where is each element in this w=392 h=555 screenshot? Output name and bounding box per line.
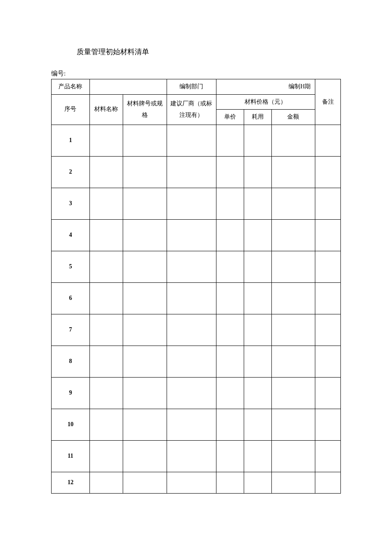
cell-mat-name	[89, 251, 123, 282]
table-header-row-1: 产品名称 编制部门 编制H期 备注	[52, 79, 341, 95]
cell-unit-price	[216, 472, 244, 493]
cell-usage	[244, 282, 271, 314]
header-amount: 金额	[271, 110, 315, 125]
cell-mat-no	[123, 314, 167, 346]
cell-mat-no	[123, 282, 167, 314]
cell-seq: 8	[52, 346, 90, 377]
table-row: 1	[52, 125, 341, 156]
document-title: 质量管理初始材料清单	[77, 47, 341, 57]
table-row: 7	[52, 314, 341, 346]
cell-seq: 4	[52, 219, 90, 251]
cell-usage	[244, 472, 271, 493]
cell-amount	[271, 188, 315, 219]
header-usage: 耗用	[244, 110, 271, 125]
cell-remark	[315, 409, 341, 440]
header-remark: 备注	[315, 79, 341, 125]
cell-mat-name	[89, 314, 123, 346]
cell-factory	[167, 314, 216, 346]
cell-remark	[315, 251, 341, 282]
header-mat-name: 材料名称	[89, 94, 123, 125]
cell-amount	[271, 440, 315, 472]
cell-usage	[244, 314, 271, 346]
cell-mat-no	[123, 377, 167, 409]
cell-amount	[271, 409, 315, 440]
header-seq: 序号	[52, 94, 90, 125]
cell-factory	[167, 346, 216, 377]
cell-remark	[315, 188, 341, 219]
cell-factory	[167, 156, 216, 188]
cell-usage	[244, 188, 271, 219]
cell-unit-price	[216, 409, 244, 440]
cell-usage	[244, 377, 271, 409]
cell-remark	[315, 282, 341, 314]
cell-mat-no	[123, 440, 167, 472]
table-row: 8	[52, 346, 341, 377]
cell-product-name-value	[89, 79, 167, 95]
cell-mat-name	[89, 156, 123, 188]
cell-factory	[167, 472, 216, 493]
cell-usage	[244, 219, 271, 251]
table-row: 5	[52, 251, 341, 282]
cell-amount	[271, 346, 315, 377]
cell-seq: 10	[52, 409, 90, 440]
cell-factory	[167, 282, 216, 314]
cell-usage	[244, 440, 271, 472]
cell-mat-no	[123, 188, 167, 219]
cell-amount	[271, 314, 315, 346]
cell-usage	[244, 125, 271, 156]
cell-usage	[244, 409, 271, 440]
cell-remark	[315, 472, 341, 493]
header-product-name: 产品名称	[52, 79, 90, 95]
table-header-row-2: 序号 材料名称 材料牌号或规格 建议厂商（或标注现有） 材料价格（元）	[52, 94, 341, 110]
cell-seq: 5	[52, 251, 90, 282]
cell-factory	[167, 409, 216, 440]
header-factory: 建议厂商（或标注现有）	[167, 94, 216, 125]
cell-unit-price	[216, 440, 244, 472]
cell-unit-price	[216, 125, 244, 156]
cell-amount	[271, 282, 315, 314]
cell-usage	[244, 251, 271, 282]
cell-remark	[315, 219, 341, 251]
cell-remark	[315, 156, 341, 188]
cell-unit-price	[216, 188, 244, 219]
cell-unit-price	[216, 156, 244, 188]
cell-factory	[167, 440, 216, 472]
cell-amount	[271, 377, 315, 409]
cell-unit-price	[216, 219, 244, 251]
cell-mat-name	[89, 409, 123, 440]
cell-amount	[271, 251, 315, 282]
cell-seq: 12	[52, 472, 90, 493]
cell-unit-price	[216, 251, 244, 282]
table-row: 2	[52, 156, 341, 188]
cell-seq: 2	[52, 156, 90, 188]
cell-mat-no	[123, 219, 167, 251]
cell-mat-name	[89, 219, 123, 251]
cell-mat-no	[123, 125, 167, 156]
cell-mat-name	[89, 282, 123, 314]
table-row: 4	[52, 219, 341, 251]
cell-mat-no	[123, 472, 167, 493]
cell-seq: 7	[52, 314, 90, 346]
cell-remark	[315, 125, 341, 156]
cell-factory	[167, 251, 216, 282]
cell-remark	[315, 377, 341, 409]
table-row: 6	[52, 282, 341, 314]
header-mat-no: 材料牌号或规格	[123, 94, 167, 125]
cell-unit-price	[216, 282, 244, 314]
cell-mat-no	[123, 409, 167, 440]
cell-seq: 9	[52, 377, 90, 409]
table-row: 12	[52, 472, 341, 493]
cell-unit-price	[216, 346, 244, 377]
cell-usage	[244, 346, 271, 377]
cell-usage	[244, 156, 271, 188]
number-label: 编号:	[51, 70, 341, 78]
table-row: 10	[52, 409, 341, 440]
header-date: 编制H期	[216, 79, 315, 95]
cell-mat-name	[89, 188, 123, 219]
header-dept: 编制部门	[167, 79, 216, 95]
cell-remark	[315, 314, 341, 346]
cell-amount	[271, 156, 315, 188]
cell-amount	[271, 472, 315, 493]
header-price-group: 材料价格（元）	[216, 94, 315, 110]
materials-table: 产品名称 编制部门 编制H期 备注 序号 材料名称 材料牌号或规格 建议厂商（或…	[51, 79, 341, 494]
